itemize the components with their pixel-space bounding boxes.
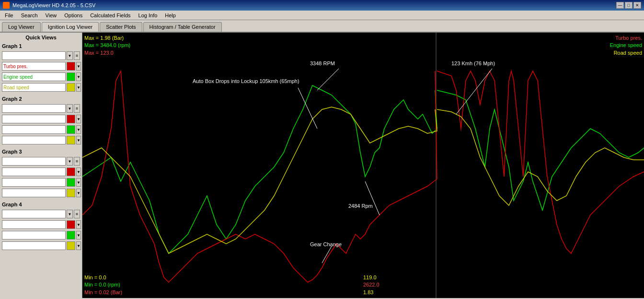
- graph-4-color-1[interactable]: [67, 220, 75, 229]
- graph-4-color-2[interactable]: [67, 231, 75, 239]
- graph-2-row-3: ▼ ≡: [2, 135, 80, 145]
- graph-4-input-1[interactable]: [2, 220, 66, 229]
- graph-2-color-1[interactable]: [67, 115, 75, 123]
- graph-3-title: Graph 3: [2, 149, 80, 155]
- tab-histogram[interactable]: Histogram / Table Generator: [143, 22, 222, 32]
- menu-file[interactable]: File: [2, 12, 16, 19]
- graph-4-title: Graph 4: [2, 202, 80, 207]
- menu-help[interactable]: Help: [162, 12, 179, 19]
- graph-2-row-0: ▼ ≡: [2, 104, 80, 113]
- graph-1-color-engine[interactable]: [67, 72, 75, 81]
- graph-2-input-2[interactable]: [2, 125, 66, 134]
- menu-options[interactable]: Options: [61, 12, 85, 19]
- graph-4-input-3[interactable]: [2, 241, 66, 250]
- graph-1-input-turbo[interactable]: [2, 62, 66, 71]
- sidebar: Quick Views Graph 1 ▼ ≡ ▼ ≡ ▼ ≡: [0, 33, 82, 298]
- graph-3-input-3[interactable]: [2, 189, 66, 197]
- graph-4-dropdown-3[interactable]: ▼: [76, 241, 81, 250]
- graph-1-dropdown-road[interactable]: ▼: [76, 83, 81, 92]
- graph-4-row-0: ▼ ≡: [2, 209, 80, 219]
- graph-2-title: Graph 2: [2, 96, 80, 102]
- graph-4-input-0[interactable]: [2, 210, 66, 218]
- menu-log-info[interactable]: Log Info: [136, 12, 161, 19]
- graph-3-dropdown-1[interactable]: ▼: [76, 167, 81, 176]
- graph-1-dropdown-turbo[interactable]: ▼: [76, 62, 81, 71]
- graph-2-input-0[interactable]: [2, 104, 66, 113]
- graph-2-input-1[interactable]: [2, 115, 66, 123]
- graph-3-row-2: ▼ ≡: [2, 178, 80, 187]
- graph-3-dropdown-3[interactable]: ▼: [76, 189, 81, 197]
- app-icon: [3, 2, 10, 9]
- graph-3-row-0: ▼ ≡: [2, 156, 80, 166]
- graph-4-list-0[interactable]: ≡: [74, 210, 80, 218]
- graph-3-section: Graph 3 ▼ ≡ ▼ ≡ ▼ ≡ ▼ ≡: [2, 149, 80, 198]
- graph-2-row-2: ▼ ≡: [2, 125, 80, 134]
- window-controls[interactable]: — □ ✕: [616, 2, 641, 9]
- title-bar: MegaLogViewer HD 4.2.05 - 5.CSV — □ ✕: [0, 0, 644, 11]
- tab-bar: Log Viewer Ignition Log Viewer Scatter P…: [0, 20, 644, 33]
- graph-2-dropdown-3[interactable]: ▼: [76, 136, 81, 144]
- close-button[interactable]: ✕: [633, 2, 641, 9]
- graph-2-list-0[interactable]: ≡: [74, 104, 80, 113]
- menu-calculated-fields[interactable]: Calculated Fields: [87, 12, 133, 19]
- graph-1-color-turbo[interactable]: [67, 62, 75, 71]
- graph-3-color-3[interactable]: [67, 189, 75, 197]
- minimize-button[interactable]: —: [616, 2, 624, 9]
- tab-scatter-plots[interactable]: Scatter Plots: [100, 22, 142, 32]
- graph-3-input-0[interactable]: [2, 157, 66, 166]
- graph-4-dropdown-1[interactable]: ▼: [76, 220, 81, 229]
- graph-4-row-1: ▼ ≡: [2, 220, 80, 229]
- graph-4-row-3: ▼ ≡: [2, 241, 80, 251]
- graph-3-input-1[interactable]: [2, 167, 66, 176]
- graph-3-input-2[interactable]: [2, 178, 66, 187]
- graph-1-input-road[interactable]: [2, 83, 66, 92]
- graph-3-list-0[interactable]: ≡: [74, 157, 80, 166]
- graph-2-color-3[interactable]: [67, 136, 75, 144]
- graph-4-dropdown-2[interactable]: ▼: [76, 231, 81, 239]
- graph-4-row-2: ▼ ≡: [2, 230, 80, 240]
- menu-bar: File Search View Options Calculated Fiel…: [0, 11, 644, 20]
- window-title: MegaLogViewer HD 4.2.05 - 5.CSV: [12, 2, 95, 8]
- graph-4-color-3[interactable]: [67, 241, 75, 250]
- graph-2-dropdown-2[interactable]: ▼: [76, 125, 81, 134]
- graph-1-section: Graph 1 ▼ ≡ ▼ ≡ ▼ ≡: [2, 43, 80, 92]
- graph-2-color-2[interactable]: [67, 125, 75, 134]
- graph-1-dropdown-engine[interactable]: ▼: [76, 72, 81, 81]
- graph-3-row-3: ▼ ≡: [2, 188, 80, 198]
- graph-2-input-3[interactable]: [2, 136, 66, 144]
- graph-1-row-engine: ▼ ≡: [2, 72, 80, 82]
- graph-2-dropdown-0[interactable]: ▼: [67, 104, 73, 113]
- menu-search[interactable]: Search: [18, 12, 41, 19]
- graph-3-color-1[interactable]: [67, 167, 75, 176]
- graph-3-row-1: ▼ ≡: [2, 167, 80, 177]
- tab-ignition-log-viewer[interactable]: Ignition Log Viewer: [42, 22, 99, 32]
- graph-1-title: Graph 1: [2, 43, 80, 49]
- tab-log-viewer[interactable]: Log Viewer: [2, 22, 41, 32]
- graph-1-row-turbo: ▼ ≡: [2, 61, 80, 71]
- maximize-button[interactable]: □: [625, 2, 632, 9]
- graph-3-color-2[interactable]: [67, 178, 75, 187]
- quick-views-title: Quick Views: [2, 35, 80, 40]
- graph-4-section: Graph 4 ▼ ≡ ▼ ≡ ▼ ≡ ▼ ≡: [2, 202, 80, 251]
- graph-2-section: Graph 2 ▼ ≡ ▼ ≡ ▼ ≡ ▼ ≡: [2, 96, 80, 145]
- chart-area[interactable]: Max = 1.98 (Bar) Max = 3484.0 (rpm) Max …: [82, 33, 644, 298]
- graph-3-dropdown-2[interactable]: ▼: [76, 178, 81, 187]
- graph-1-input-engine[interactable]: [2, 72, 66, 81]
- graph-1-color-road[interactable]: [67, 83, 75, 92]
- menu-view[interactable]: View: [43, 12, 60, 19]
- graph-2-row-1: ▼ ≡: [2, 114, 80, 124]
- graph-4-input-2[interactable]: [2, 231, 66, 239]
- graph-1-row-road: ▼ ≡: [2, 83, 80, 92]
- graph-2-dropdown-1[interactable]: ▼: [76, 115, 81, 123]
- graph-4-dropdown-0[interactable]: ▼: [67, 210, 73, 218]
- graph-1-dropdown-0[interactable]: ▼: [67, 51, 73, 60]
- chart-canvas: [82, 33, 644, 298]
- graph-1-list-0[interactable]: ≡: [74, 51, 80, 60]
- graph-1-row-0: ▼ ≡: [2, 51, 80, 60]
- main-content: Quick Views Graph 1 ▼ ≡ ▼ ≡ ▼ ≡: [0, 33, 644, 298]
- graph-3-dropdown-0[interactable]: ▼: [67, 157, 73, 166]
- graph-1-input-0[interactable]: [2, 51, 66, 60]
